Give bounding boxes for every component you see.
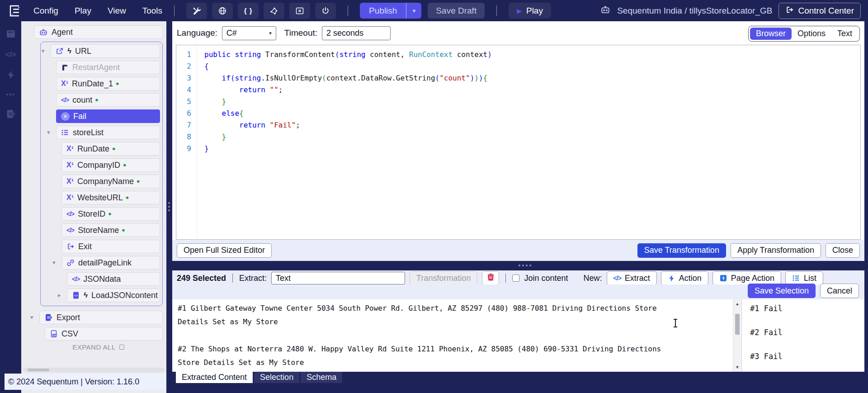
tree-item-restartagent[interactable]: RestartAgent [51,61,160,74]
tree-item-exit[interactable]: Exit [51,240,160,253]
version-footer: © 2024 Sequentum | Version: 1.16.0 [5,374,166,390]
cancel-button[interactable]: Cancel [820,284,859,298]
menu-view[interactable]: View [108,6,126,16]
more-icon[interactable]: ••• [6,91,15,98]
close-button[interactable]: Close [826,243,860,258]
chevron-down-icon[interactable]: ▾ [47,129,54,136]
tree-item-label: CSV [61,329,78,339]
scroll-down-icon[interactable]: ▼ [733,365,741,369]
new-action-button[interactable]: Action [661,271,708,285]
chevron-down-icon[interactable]: ▾ [52,259,60,266]
timeout-label: Timeout: [284,28,317,38]
tree-item-rundate[interactable]: X¹ RunDate • [51,142,160,156]
list-blue-icon [792,274,800,282]
x1-icon: X¹ [66,194,74,202]
chevron-down-icon[interactable]: ▾ [42,47,49,54]
chevron-down-icon[interactable]: ▾ [30,314,38,321]
code-line: public string TransformContent(string co… [204,49,860,61]
save-draft-button[interactable]: Save Draft [428,3,485,19]
file-export-icon [44,313,53,322]
tree-item-storename[interactable]: </> StoreName • [51,223,160,237]
tree-item-storelist[interactable]: ▾ storeList [51,126,160,139]
extract-input[interactable] [271,272,405,284]
button-label: Extract [625,274,650,283]
delete-button[interactable] [482,271,499,285]
code-strip-icon[interactable]: </> [5,50,16,59]
power-button[interactable] [315,3,336,19]
content-vertical-scrollbar[interactable]: ▲ ▼ [733,299,741,372]
tree-item-agent[interactable]: Agent [34,25,163,39]
save-selection-button[interactable]: Save Selection [748,284,816,298]
scrollbar-thumb[interactable] [735,314,740,335]
new-page-action-button[interactable]: Page Action [712,271,781,285]
splitter-handle-icon[interactable] [168,202,170,211]
braces-button[interactable]: { } [238,3,259,19]
tab-options[interactable]: Options [792,28,831,40]
status-dot: • [122,228,125,232]
tree-item-detailpagelink[interactable]: ▾ detailPageLink [51,256,160,270]
status-dot: • [137,179,140,184]
vertical-splitter[interactable] [166,21,172,393]
tree-item-companyid[interactable]: X¹ CompanyID • [51,158,160,172]
control-center-button[interactable]: Control Center [778,3,861,19]
code-editor[interactable]: 123456789 public string TransformContent… [176,45,861,240]
topbar-right: Sequentum India / tillysStoreLocator_GB … [600,3,861,19]
code-content[interactable]: public string TransformContent(string co… [197,45,860,239]
join-content-checkbox[interactable] [512,275,519,282]
expand-all-button[interactable]: EXPAND ALL [34,343,163,351]
tab-schema[interactable]: Schema [301,372,342,383]
tree-item-websiteurl[interactable]: X¹ WebsiteURL • [51,191,160,204]
scroll-up-icon[interactable]: ▲ [733,302,741,306]
publish-split-button[interactable]: Publish ▼ [360,3,421,19]
tree-item-companyname[interactable]: X¹ CompanyName • [51,175,160,188]
fail-result-item: #1 Fail [750,304,864,313]
globe-button[interactable] [212,3,233,19]
new-list-button[interactable]: List [785,271,823,285]
tree-item-fail[interactable]: × Fail [51,109,160,123]
view-mode-segmented-control: Browser Options Text [748,26,860,42]
menu-play[interactable]: Play [75,6,91,16]
code-icon: </> [72,275,80,283]
tree-item-loadjsoncontent[interactable]: ▸ <>ϟ LoadJSONcontent [51,289,160,302]
tree-item-label: Fail [73,112,86,121]
tree-item-export[interactable]: ▾ Export [34,311,163,324]
menu-tools[interactable]: Tools [142,6,162,16]
horizontal-splitter[interactable] [172,261,864,270]
open-full-editor-button[interactable]: Open Full Sized Editor [177,243,272,258]
tree-item-url[interactable]: ▾ ϟ URL [51,44,160,58]
bolt-strip-icon[interactable] [6,70,16,80]
publish-button[interactable]: Publish [360,3,406,19]
play-button[interactable]: ▶ Play [509,3,551,19]
tab-browser[interactable]: Browser [750,28,792,40]
power-icon [321,6,330,15]
apply-transformation-button[interactable]: Apply Transformation [731,243,821,258]
tree-item-storeid[interactable]: </> StoreID • [51,207,160,221]
chevron-right-icon[interactable]: ▸ [58,292,65,298]
scrollbar-thumb[interactable] [28,369,49,371]
menu-items: Config Play View Tools [33,6,162,16]
splitter-handle-icon[interactable] [519,265,531,266]
tab-text[interactable]: Text [831,28,858,40]
sidebar-horizontal-scrollbar[interactable] [23,368,165,372]
x1-icon: X¹ [66,145,74,153]
transformation-button[interactable]: Transformation [410,271,477,285]
new-extract-button[interactable]: </>Extract [607,271,657,285]
tab-selection[interactable]: Selection [254,372,299,383]
folder-x-button[interactable] [289,3,310,19]
tools-button[interactable] [186,3,207,19]
save-transformation-button[interactable]: Save Transformation [637,243,726,258]
tree-item-csv[interactable]: CSV CSV [34,327,163,341]
export-strip-icon[interactable] [5,109,16,119]
timeout-input[interactable] [322,26,391,40]
menu-config[interactable]: Config [33,6,58,16]
tree-item-jsondata[interactable]: </> JSONdata [51,272,160,286]
network-button[interactable] [264,3,284,19]
tree-item-count[interactable]: </> count • [51,93,160,107]
tree-item-rundate_1[interactable]: X¹ RunDate_1 • [51,77,160,90]
publish-dropdown-caret-icon[interactable]: ▼ [406,3,421,19]
x1-icon: X¹ [61,80,68,88]
line-number: 7 [176,119,191,131]
browser-icon[interactable] [5,28,16,39]
tab-extracted-content[interactable]: Extracted Content [176,372,253,383]
language-select[interactable]: C# ▾ [222,26,276,40]
